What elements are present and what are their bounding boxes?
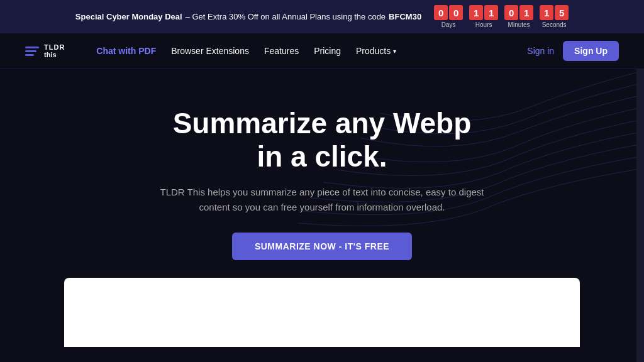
hours-digit-1: 1 <box>469 5 483 20</box>
nav-products-label: Products <box>356 46 391 56</box>
minutes-digits: 0 1 <box>504 5 533 20</box>
seconds-digit-2: 5 <box>555 5 569 20</box>
preview-box <box>64 278 580 347</box>
nav-chat-with-pdf[interactable]: Chat with PDF <box>96 46 156 56</box>
summarize-cta-button[interactable]: SUMMARIZE NOW - IT'S FREE <box>232 233 412 260</box>
sign-in-button[interactable]: Sign in <box>527 46 554 56</box>
deal-highlight: Special Cyber Monday Deal <box>75 12 182 21</box>
headline-line2: in a click. <box>257 140 387 173</box>
navbar: TLDR this Chat with PDF Browser Extensio… <box>0 33 644 69</box>
seconds-label: Seconds <box>542 21 567 28</box>
hours-label: Hours <box>475 21 492 28</box>
deal-text: Special Cyber Monday Deal – Get Extra 30… <box>75 12 421 21</box>
chevron-down-icon: ▾ <box>393 48 396 55</box>
hero-section: .wave { fill: none; stroke: #5b5bd6; str… <box>0 69 644 362</box>
logo-bar-2 <box>25 50 36 52</box>
hero-headline: Summarize any Webp in a click. <box>25 107 619 173</box>
countdown-seconds: 1 5 Seconds <box>540 5 569 28</box>
logo-bottom: this <box>44 51 65 58</box>
seconds-digit-1: 1 <box>540 5 553 20</box>
countdown-days: 0 0 Days <box>434 5 463 28</box>
headline-line1: Summarize any Webp <box>173 107 472 140</box>
days-digit-2: 0 <box>449 5 463 20</box>
announcement-bar: Special Cyber Monday Deal – Get Extra 30… <box>0 0 644 33</box>
sign-up-button[interactable]: Sign Up <box>563 41 619 61</box>
hero-subtitle: TLDR This helps you summarize any piece … <box>158 185 486 215</box>
logo-icon <box>25 47 39 56</box>
countdown: 0 0 Days 1 1 Hours 0 1 Minutes 1 5 <box>434 5 569 28</box>
nav-pricing[interactable]: Pricing <box>314 46 341 56</box>
countdown-hours: 1 1 Hours <box>469 5 498 28</box>
hours-digits: 1 1 <box>469 5 498 20</box>
nav-actions: Sign in Sign Up <box>527 41 619 61</box>
logo-text: TLDR this <box>44 43 65 58</box>
minutes-label: Minutes <box>508 21 530 28</box>
days-digits: 0 0 <box>434 5 463 20</box>
hours-digit-2: 1 <box>484 5 498 20</box>
logo-bar-1 <box>25 47 39 48</box>
logo[interactable]: TLDR this <box>25 43 65 58</box>
minutes-digit-2: 1 <box>519 5 533 20</box>
nav-browser-extensions[interactable]: Browser Extensions <box>171 46 249 56</box>
logo-bar-3 <box>25 54 34 56</box>
logo-top: TLDR <box>44 43 65 51</box>
seconds-digits: 1 5 <box>540 5 569 20</box>
nav-features[interactable]: Features <box>264 46 299 56</box>
countdown-minutes: 0 1 Minutes <box>504 5 533 28</box>
minutes-digit-1: 0 <box>504 5 518 20</box>
deal-code: BFCM30 <box>389 12 421 21</box>
deal-middle: – Get Extra 30% Off on all Annual Plans … <box>186 12 386 21</box>
days-digit-1: 0 <box>434 5 448 20</box>
nav-links: Chat with PDF Browser Extensions Feature… <box>96 46 508 56</box>
days-label: Days <box>441 21 456 28</box>
nav-products[interactable]: Products ▾ <box>356 46 396 56</box>
